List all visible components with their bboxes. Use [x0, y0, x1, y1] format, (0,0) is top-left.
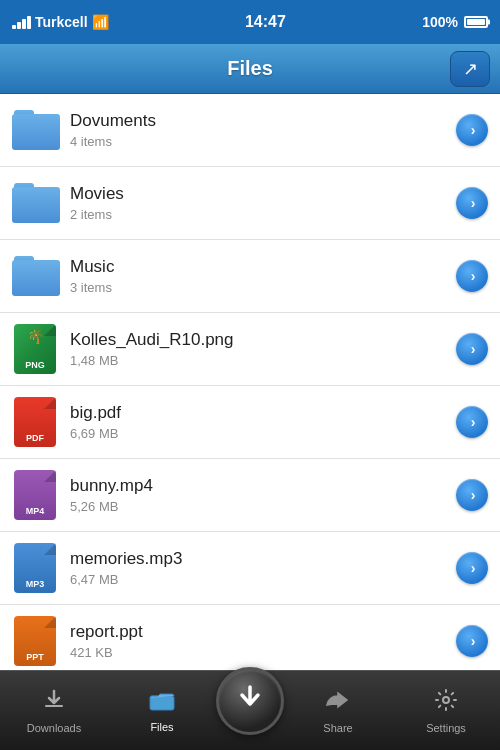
share-button[interactable]: ↗	[450, 51, 490, 87]
file-meta: 421 KB	[70, 645, 456, 660]
battery-label: 100%	[422, 14, 458, 30]
file-meta: 6,47 MB	[70, 572, 456, 587]
chevron-button[interactable]: ›	[456, 479, 488, 511]
file-info: report.ppt 421 KB	[70, 622, 456, 660]
chevron-button[interactable]: ›	[456, 552, 488, 584]
tab-files-label: Files	[150, 721, 173, 733]
file-meta: 6,69 MB	[70, 426, 456, 441]
settings-tab-icon	[434, 688, 458, 718]
file-meta: 4 items	[70, 134, 456, 149]
nav-bar: Files ↗	[0, 44, 500, 94]
status-bar: Turkcell 📶 14:47 100%	[0, 0, 500, 44]
folder-icon	[12, 104, 58, 156]
page-title: Files	[227, 57, 273, 80]
download-center-button[interactable]	[216, 667, 284, 735]
file-name: Kolles_Audi_R10.png	[70, 330, 456, 350]
svg-rect-1	[150, 696, 174, 710]
file-meta: 3 items	[70, 280, 456, 295]
tab-share[interactable]: Share	[284, 671, 392, 750]
chevron-button[interactable]: ›	[456, 260, 488, 292]
file-info: memories.mp3 6,47 MB	[70, 549, 456, 587]
carrier-label: Turkcell	[35, 14, 88, 30]
file-meta: 2 items	[70, 207, 456, 222]
list-item[interactable]: Music 3 items ›	[0, 240, 500, 313]
file-meta: 1,48 MB	[70, 353, 456, 368]
file-name: Dovuments	[70, 111, 456, 131]
file-info: Movies 2 items	[70, 184, 456, 222]
svg-point-3	[443, 697, 449, 703]
list-item[interactable]: Dovuments 4 items ›	[0, 94, 500, 167]
status-right: 100%	[422, 14, 488, 30]
list-item[interactable]: Movies 2 items ›	[0, 167, 500, 240]
file-list: Dovuments 4 items › Movies 2 items › Mus…	[0, 94, 500, 670]
list-item[interactable]: MP4 bunny.mp4 5,26 MB ›	[0, 459, 500, 532]
tab-settings-label: Settings	[426, 722, 466, 734]
signal-bars-icon	[12, 16, 31, 29]
svg-rect-0	[45, 705, 63, 707]
ppt-file-icon: PPT	[12, 615, 58, 667]
folder-icon	[12, 177, 58, 229]
tab-bar: Downloads Files Share	[0, 670, 500, 750]
tab-share-label: Share	[323, 722, 352, 734]
file-info: Kolles_Audi_R10.png 1,48 MB	[70, 330, 456, 368]
file-name: report.ppt	[70, 622, 456, 642]
tab-downloads[interactable]: Downloads	[0, 671, 108, 750]
tab-files[interactable]: Files	[108, 671, 216, 750]
list-item[interactable]: PPT report.ppt 421 KB ›	[0, 605, 500, 670]
status-left: Turkcell 📶	[12, 14, 109, 30]
file-info: bunny.mp4 5,26 MB	[70, 476, 456, 514]
file-info: Music 3 items	[70, 257, 456, 295]
file-meta: 5,26 MB	[70, 499, 456, 514]
folder-icon	[12, 250, 58, 302]
pdf-file-icon: PDF	[12, 396, 58, 448]
chevron-button[interactable]: ›	[456, 406, 488, 438]
download-arrow-icon	[233, 681, 267, 720]
chevron-button[interactable]: ›	[456, 187, 488, 219]
share-tab-icon	[326, 688, 350, 718]
png-file-icon: PNG	[12, 323, 58, 375]
time-label: 14:47	[245, 13, 286, 31]
chevron-button[interactable]: ›	[456, 333, 488, 365]
file-name: big.pdf	[70, 403, 456, 423]
share-icon: ↗	[463, 58, 478, 80]
mp4-file-icon: MP4	[12, 469, 58, 521]
wifi-icon: 📶	[92, 14, 109, 30]
list-item[interactable]: PNG Kolles_Audi_R10.png 1,48 MB ›	[0, 313, 500, 386]
file-info: big.pdf 6,69 MB	[70, 403, 456, 441]
battery-icon	[464, 16, 488, 28]
file-info: Dovuments 4 items	[70, 111, 456, 149]
file-name: Music	[70, 257, 456, 277]
chevron-button[interactable]: ›	[456, 114, 488, 146]
file-name: memories.mp3	[70, 549, 456, 569]
tab-settings[interactable]: Settings	[392, 671, 500, 750]
list-item[interactable]: PDF big.pdf 6,69 MB ›	[0, 386, 500, 459]
files-tab-icon	[149, 689, 175, 717]
download-tab-icon	[42, 688, 66, 718]
list-item[interactable]: MP3 memories.mp3 6,47 MB ›	[0, 532, 500, 605]
tab-downloads-label: Downloads	[27, 722, 81, 734]
chevron-button[interactable]: ›	[456, 625, 488, 657]
file-name: bunny.mp4	[70, 476, 456, 496]
file-name: Movies	[70, 184, 456, 204]
mp3-file-icon: MP3	[12, 542, 58, 594]
